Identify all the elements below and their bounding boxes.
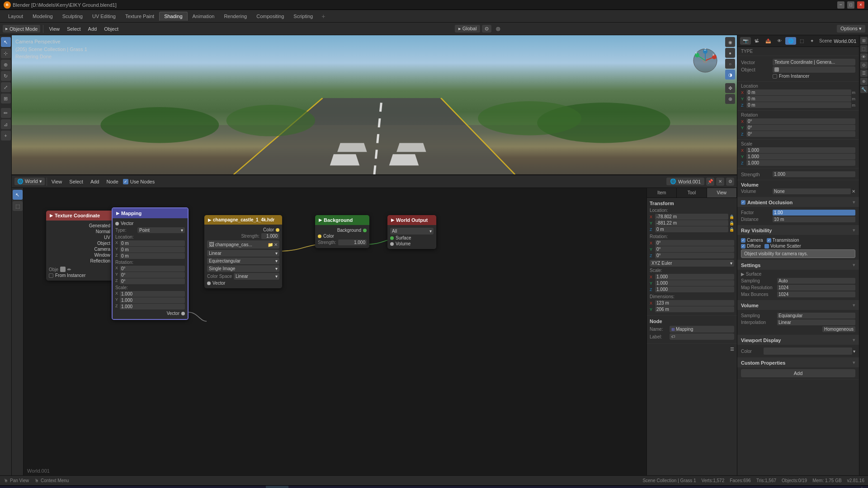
frp-vol-section[interactable]: Volume ▾ [737, 300, 859, 310]
world-output-node[interactable]: ▶ World Output All ▾ Surface [387, 215, 436, 249]
proportional-btn[interactable]: ◎ [493, 25, 503, 33]
close-btn[interactable]: × [857, 1, 864, 9]
show-desktop[interactable] [862, 487, 864, 488]
rstrip-tool7[interactable]: 🔧 [860, 86, 868, 93]
taskbar-chrome[interactable] [230, 486, 248, 488]
np-tab-view[interactable]: View [707, 188, 737, 197]
taskbar-blender[interactable]: B [266, 486, 288, 488]
transform-loc-z-lock[interactable]: 🔒 [729, 227, 734, 232]
tool-transform[interactable]: ⊞ [1, 94, 11, 103]
ne-pin[interactable]: 📌 [706, 178, 714, 186]
tool-measure[interactable]: ⊿ [1, 119, 11, 129]
object-menu[interactable]: Object [101, 25, 121, 33]
rstrip-tool5[interactable]: ☰ [860, 70, 868, 77]
frp-tab-output[interactable]: 📤 [763, 37, 774, 45]
taskbar-file-explorer[interactable] [193, 486, 212, 488]
transform-loc-y-lock[interactable]: 🔒 [729, 221, 734, 225]
map-rot-y[interactable]: 0° [120, 272, 185, 278]
frp-distance-val[interactable]: 10 m [773, 216, 855, 222]
transform-loc-x-lock[interactable]: 🔒 [729, 215, 734, 219]
ne-tool-select[interactable]: ↖ [13, 190, 23, 200]
viewport-zoom[interactable]: ⊕ [725, 94, 735, 104]
tool-add[interactable]: + [1, 131, 11, 141]
start-btn[interactable] [2, 486, 20, 488]
viewport-pan[interactable]: ✥ [725, 83, 735, 93]
transform-euler[interactable]: XYZ Euler ▾ [650, 260, 734, 267]
global-local-btn[interactable]: ▸ Global [455, 25, 481, 33]
map-rot-z[interactable]: 0° [120, 278, 185, 284]
mapping-node[interactable]: ▶ Mapping Vector Type: Poin [112, 207, 189, 320]
tab-compositing[interactable]: Compositing [252, 12, 288, 20]
world-selector[interactable]: 🌐 World.001 [666, 178, 704, 185]
rstrip-tool1[interactable]: ⊞ [860, 37, 868, 44]
transform-rot-y[interactable]: 0° [655, 246, 734, 252]
frp-vpdisplay-section[interactable]: Viewport Display ▾ [737, 335, 859, 345]
transform-loc-z[interactable]: 0 m [655, 226, 728, 232]
frp-scale-x[interactable]: 1.000 [746, 147, 855, 153]
background-node[interactable]: ▶ Background Background Color [315, 215, 369, 248]
viewport-render-mode[interactable]: ◉ [725, 37, 735, 47]
task-view-btn[interactable] [175, 486, 193, 488]
viewport-shading-material[interactable]: ○ [725, 59, 735, 69]
node-canvas[interactable]: ▶ Texture Coordinate Generated Normal [24, 188, 646, 475]
snap-btn[interactable]: ⊙ [482, 25, 491, 33]
tab-rendering[interactable]: Rendering [219, 12, 251, 20]
frp-diffuse-check[interactable]: ✓ [741, 244, 745, 249]
frp-maxbounces-val[interactable]: 1024 [777, 291, 855, 297]
ne-close[interactable]: ✕ [716, 178, 724, 186]
frp-rot-z[interactable]: 0° [746, 131, 855, 137]
ne-tool-box[interactable]: ⬚ [13, 201, 23, 211]
frp-tab-particles[interactable]: ✦ [807, 37, 816, 45]
viewport-shading-rendered[interactable]: ◑ [725, 70, 735, 80]
ne-add-menu[interactable]: Add [88, 178, 102, 185]
bg-strength-val[interactable]: 1.000 [338, 239, 367, 245]
tab-animation[interactable]: Animation [188, 12, 219, 20]
img-source[interactable]: Single Image ▾ [207, 265, 279, 272]
tool-move[interactable]: ⊕ [1, 60, 11, 70]
transform-scale-z[interactable]: 1.000 [655, 286, 734, 292]
tool-cursor[interactable]: ⊹ [1, 48, 11, 58]
map-scale-y[interactable]: 1.000 [120, 297, 185, 303]
wo-all-select[interactable]: All ▾ [390, 228, 434, 235]
frp-loc-x[interactable]: 0 m [746, 89, 851, 95]
frp-add-btn[interactable]: Add [741, 369, 855, 377]
tab-texturepaint[interactable]: Texture Paint [121, 12, 159, 20]
frp-strength-val[interactable]: 1.000 [773, 171, 855, 177]
frp-ao-section[interactable]: ✓ Ambient Occlusion ▾ [737, 197, 859, 207]
transform-rot-z[interactable]: 0° [655, 253, 734, 258]
transform-scale-y[interactable]: 1.000 [655, 280, 734, 286]
tab-shading[interactable]: Shading [159, 12, 187, 21]
frp-settings-section[interactable]: Settings ▾ [737, 260, 859, 270]
node-editor-type[interactable]: 🌐 World ▾ [14, 178, 45, 185]
rstrip-tool2[interactable]: ⬚ [860, 45, 868, 52]
map-scale-x[interactable]: 1.000 [120, 291, 185, 297]
tool-scale[interactable]: ⤢ [1, 82, 11, 92]
tc-obj-picker[interactable]: ✏ [67, 267, 71, 272]
add-menu[interactable]: Add [85, 25, 100, 33]
taskbar-edge[interactable] [212, 486, 230, 488]
tab-modeling[interactable]: Modeling [28, 12, 57, 20]
frp-scale-y[interactable]: 1.000 [746, 154, 855, 160]
view-menu[interactable]: View [46, 25, 62, 33]
rstrip-tool6[interactable]: ⊛ [860, 78, 868, 85]
frp-color-expand[interactable]: ▾ [853, 349, 855, 354]
texture-coord-node[interactable]: ▶ Texture Coordinate Generated Normal [46, 211, 118, 281]
use-nodes-checkbox[interactable]: ✓ Use Nodes [123, 179, 155, 184]
frp-sampling-val[interactable]: Auto [777, 278, 855, 284]
viewport-3d[interactable]: Camera Perspective (205) Scene Collectio… [12, 35, 737, 175]
tool-annotate[interactable]: ✏ [1, 108, 11, 118]
map-loc-y[interactable]: 0 m [120, 247, 185, 253]
frp-homogeneous[interactable]: Homogeneous [822, 326, 855, 332]
frp-vol-x-btn[interactable]: ✕ [852, 189, 855, 194]
frp-scale-z[interactable]: 1.000 [746, 160, 855, 166]
np-tab-tool[interactable]: Tool [677, 188, 707, 197]
props-list-icon[interactable]: ☰ [730, 347, 734, 352]
maximize-btn[interactable]: □ [847, 1, 854, 9]
image-texture-node[interactable]: ▶ champagne_castle_1_4k.hdr Color Streng… [204, 215, 282, 288]
map-scale-z[interactable]: 1.000 [120, 304, 185, 310]
tool-rotate[interactable]: ↻ [1, 71, 11, 81]
frp-loc-z[interactable]: 0 m [746, 102, 851, 108]
transform-scale-x[interactable]: 1.000 [655, 274, 734, 280]
frp-mapres-val[interactable]: 1024 [777, 285, 855, 291]
taskbar-store[interactable]: ⊞ [248, 486, 266, 488]
